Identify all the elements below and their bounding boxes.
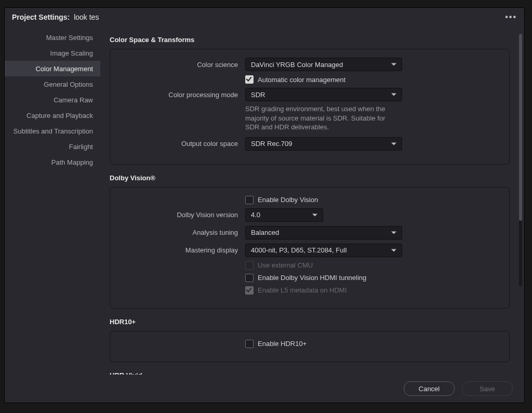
select-output-color-space[interactable]: SDR Rec.709 xyxy=(245,137,402,151)
dialog-title-prefix: Project Settings: xyxy=(12,13,70,21)
select-color-science[interactable]: DaVinci YRGB Color Managed xyxy=(245,58,402,71)
label-dolby-hdmi-tunneling: Enable Dolby Vision HDMI tunneling xyxy=(258,274,366,282)
sidebar-item-general-options[interactable]: General Options xyxy=(5,76,100,92)
checkbox-auto-color-management[interactable] xyxy=(245,75,254,84)
sidebar-item-image-scaling[interactable]: Image Scaling xyxy=(5,45,100,61)
sidebar-item-path-mapping[interactable]: Path Mapping xyxy=(5,154,100,170)
select-mastering-value: 4000-nit, P3, D65, ST.2084, Full xyxy=(251,246,347,254)
label-enable-dolby-vision: Enable Dolby Vision xyxy=(258,196,318,204)
settings-scroll[interactable]: Color Space & Transforms Color science D… xyxy=(110,32,515,375)
label-color-science: Color science xyxy=(119,61,245,69)
settings-sidebar: Master Settings Image Scaling Color Mana… xyxy=(5,26,100,375)
select-cpm-value: SDR xyxy=(251,91,265,99)
select-color-processing-mode[interactable]: SDR xyxy=(245,88,402,101)
label-dolby-vision-version: Dolby Vision version xyxy=(119,211,245,219)
sidebar-item-master-settings[interactable]: Master Settings xyxy=(5,30,100,45)
checkbox-enable-dolby-vision[interactable] xyxy=(245,196,254,204)
checkbox-l5-metadata xyxy=(245,286,254,295)
hint-color-processing-mode: SDR grading environment, best used when … xyxy=(245,104,393,132)
settings-main: Color Space & Transforms Color science D… xyxy=(100,26,524,375)
sidebar-item-capture-playback[interactable]: Capture and Playback xyxy=(5,108,100,123)
sidebar-item-fairlight[interactable]: Fairlight xyxy=(5,139,100,154)
sidebar-item-camera-raw[interactable]: Camera Raw xyxy=(5,92,100,108)
checkbox-enable-hdr10plus[interactable] xyxy=(245,340,254,348)
project-settings-dialog: Project Settings: look tes ••• Master Se… xyxy=(4,7,525,403)
label-auto-color-management: Automatic color management xyxy=(258,76,345,84)
scrollbar-thumb[interactable] xyxy=(519,34,522,221)
sidebar-item-color-management[interactable]: Color Management xyxy=(5,61,100,76)
dialog-titlebar: Project Settings: look tes ••• xyxy=(5,8,524,26)
label-color-processing-mode: Color processing mode xyxy=(119,91,245,99)
more-menu-icon[interactable]: ••• xyxy=(505,12,517,22)
select-tuning-value: Balanced xyxy=(251,229,279,236)
label-output-color-space: Output color space xyxy=(119,140,245,148)
select-analysis-tuning[interactable]: Balanced xyxy=(245,226,402,239)
section-title-hdr10plus: HDR10+ xyxy=(110,318,510,326)
panel-dolby-vision: Enable Dolby Vision Dolby Vision version… xyxy=(110,187,510,309)
section-title-hdr-vivid: HDR Vivid xyxy=(110,371,510,375)
panel-colorspace: Color science DaVinci YRGB Color Managed… xyxy=(110,49,510,165)
select-dv-version-value: 4.0 xyxy=(251,211,260,219)
section-title-colorspace: Color Space & Transforms xyxy=(110,36,510,44)
label-l5-metadata: Enable L5 metadata on HDMI xyxy=(258,286,347,294)
checkbox-dolby-hdmi-tunneling[interactable] xyxy=(245,274,254,282)
label-enable-hdr10plus: Enable HDR10+ xyxy=(258,340,307,348)
section-title-dolby-vision: Dolby Vision® xyxy=(110,174,510,182)
label-use-external-cmu: Use external CMU xyxy=(258,261,313,269)
label-mastering-display: Mastering display xyxy=(119,246,245,254)
panel-hdr10plus: Enable HDR10+ xyxy=(110,331,510,362)
select-dolby-vision-version[interactable]: 4.0 xyxy=(245,208,323,222)
select-mastering-display[interactable]: 4000-nit, P3, D65, ST.2084, Full xyxy=(245,244,402,257)
select-ocs-value: SDR Rec.709 xyxy=(251,140,292,148)
checkbox-use-external-cmu xyxy=(245,261,254,270)
save-button: Save xyxy=(462,381,513,396)
dialog-title-project: look tes xyxy=(72,13,99,21)
cancel-button[interactable]: Cancel xyxy=(404,381,455,396)
dialog-footer: Cancel Save xyxy=(5,375,524,403)
label-analysis-tuning: Analysis tuning xyxy=(119,229,245,236)
sidebar-item-subtitles[interactable]: Subtitles and Transcription xyxy=(5,123,100,139)
select-color-science-value: DaVinci YRGB Color Managed xyxy=(251,61,343,69)
